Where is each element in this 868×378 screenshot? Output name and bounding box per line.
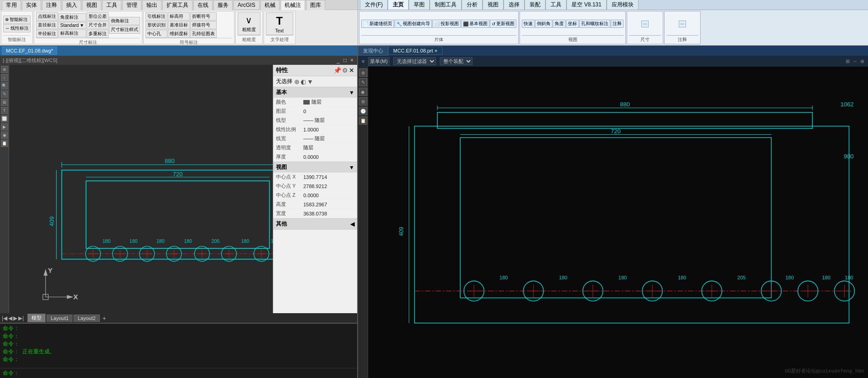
left-cad-canvas[interactable]: 880 10 720 409 [9,65,357,313]
layout2-tab[interactable]: Layout2 [73,315,99,322]
left-tool-1[interactable]: ⊕ [1,66,8,73]
btn-粗糙度[interactable]: ∨ 粗糙度 [238,12,260,35]
btn-注释[interactable]: 注释 [611,20,624,28]
close-btn[interactable]: × [349,57,354,63]
btn-线性标注[interactable]: ↔线性标注 [3,24,31,32]
btn-公差查询[interactable]: 尺寸标注样式 [109,26,140,34]
tab-机械[interactable]: 机械 [260,0,280,10]
btn-标高符[interactable]: 标高符 [168,12,190,21]
btn-标高标注[interactable]: Standard▼ [58,22,86,29]
btn-Text[interactable]: T Text [266,12,293,35]
btn-孔特征图表[interactable]: 孔特征图表 [190,30,217,38]
left-tool-2[interactable]: ↕ [1,74,8,81]
props-view-header[interactable]: 视图 ▼ [273,162,357,173]
right-tool-2[interactable]: ✎ [359,78,367,86]
right-tool-1[interactable]: ⊕ [359,68,367,77]
left-tool-4[interactable]: ✎ [1,90,8,98]
maximize-btn[interactable]: □ [343,57,348,63]
right-tool-3[interactable]: ◉ [359,88,367,96]
right-tab-分析[interactable]: 分析 [462,0,483,10]
tab-管理[interactable]: 管理 [122,0,141,10]
left-cad-tab[interactable]: MCC.EF_01.08.dwg* [2,47,57,55]
match-dropdown[interactable]: 整个装配 [440,57,473,65]
left-tool-6[interactable]: T [1,107,8,114]
btn-维斜度标[interactable]: 维斜度标 [168,30,190,38]
props-select-icon2[interactable]: ◐ [301,78,306,85]
tab-nav-prev[interactable]: ◀ [8,315,12,321]
btn-角度[interactable]: 角度 [553,20,566,28]
tab-nav-last[interactable]: ▶| [18,315,24,321]
btn-倒角标注[interactable]: 多重标注 [87,30,109,38]
right-tab-制图工具[interactable]: 制图工具 [430,0,462,10]
tab-常用[interactable]: 常用 [2,0,21,10]
tab-在线[interactable]: 在线 [193,0,213,10]
right-cad-tab-discovery[interactable]: 发现中心 [358,46,388,56]
btn-快速[interactable]: 快速 [522,20,535,28]
btn-更新视图[interactable]: ↺更新视图 [490,20,516,28]
tab-图库[interactable]: 图库 [306,0,325,10]
btn-新建缝纫页[interactable]: 📄新建缝纫页 [361,20,394,28]
right-tool-5[interactable]: 🕒 [359,107,367,115]
btn-直径标注[interactable]: 直径标注 [36,21,58,29]
right-tool-4[interactable]: ⊞ [359,97,367,105]
add-tab-btn[interactable]: + [101,315,108,322]
btn-尺寸标注样式[interactable]: 倒角标注 [109,17,140,25]
right-tab-草图[interactable]: 草图 [409,0,430,10]
right-tab-装配[interactable]: 装配 [525,0,546,10]
tab-实体[interactable]: 实体 [22,0,41,10]
tab-服务[interactable]: 服务 [213,0,233,10]
btn-点线标注[interactable]: 点线标注 [36,12,58,21]
btn-视图创建向导[interactable]: 🔧视图创建向导 [395,20,432,28]
btn-折断符号[interactable]: 折断符号 [190,12,217,21]
left-tool-5[interactable]: ⊞ [1,99,8,106]
props-basic-header[interactable]: 基本 ▼ [273,87,357,98]
props-select-icon1[interactable]: ⊕ [294,78,300,85]
tab-nav-first[interactable]: |◀ [2,315,7,321]
props-settings-icon[interactable]: ⚙ [342,67,348,74]
status-icon-1[interactable]: ⊞ [846,58,850,64]
right-tab-应用模块[interactable]: 应用模块 [607,0,639,10]
btn-投影视图[interactable]: ⬜投影视图 [432,20,461,28]
right-tab-视图[interactable]: 视图 [483,0,504,10]
right-tab-工具[interactable]: 工具 [546,0,567,10]
btn-尺寸合并[interactable]: 形位公差 [87,12,109,21]
btn-形位公差[interactable]: 标高标注 [58,29,86,37]
left-tool-7[interactable]: ⬜ [1,115,8,122]
btn-基准目标[interactable]: 基准目标 [168,21,190,29]
props-other-header[interactable]: 其他 ◀ [273,219,357,229]
right-tab-星空[interactable]: 星空 V8.131 [567,0,606,10]
tab-插入[interactable]: 插入 [62,0,81,10]
cmd-input-field[interactable] [21,370,354,377]
btn-焊接符号[interactable]: 焊接符号 [190,21,217,29]
btn-坐标[interactable]: 坐标 [566,20,579,28]
tab-扩展工具[interactable]: 扩展工具 [162,0,192,10]
left-tool-10[interactable]: 📋 [1,140,8,147]
tab-nav-next[interactable]: ▶ [13,315,17,321]
btn-智能标注[interactable]: ⊕智能标注 [3,16,31,24]
props-select-icon3[interactable]: ▼ [307,78,313,85]
btn-倒斜角[interactable]: 倒斜角 [535,20,552,28]
tab-视图[interactable]: 视图 [82,0,101,10]
layout1-tab[interactable]: Layout1 [47,315,73,322]
tab-输出[interactable]: 输出 [142,0,161,10]
right-cad-tab-prt[interactable]: MCC.EF.01.08.prt × [388,47,442,55]
btn-dim-more[interactable]: ··· [641,21,649,27]
right-tab-选择[interactable]: 选择 [504,0,525,10]
tab-注释[interactable]: 注释 [42,0,61,10]
tab-工具[interactable]: 工具 [102,0,121,10]
btn-角度标注[interactable]: 角度标注 [58,13,86,21]
tab-机械注[interactable]: 机械注 [281,0,305,10]
btn-孔和螺纹标注[interactable]: 孔和螺纹标注 [579,20,610,28]
props-close-btn[interactable]: ✕ [349,67,354,74]
btn-形状识别[interactable]: 形状识别 [146,21,167,29]
btn-中心孔[interactable]: 中心孔 [146,30,167,38]
right-tab-文件[interactable]: 文件(F) [360,0,388,10]
btn-多重标注[interactable]: 尺寸合并 [87,21,109,29]
status-icon-2[interactable]: ↔ [852,58,858,64]
left-tool-3[interactable]: 🔍 [1,82,8,89]
btn-引线标注[interactable]: 引线标注 [146,12,167,21]
right-cad-canvas[interactable]: 880 1062 720 900 409 [368,67,868,378]
left-tool-9[interactable]: ◉ [1,131,8,139]
model-tab[interactable]: 模型 [27,314,46,322]
left-tool-8[interactable]: ▶ [1,123,8,131]
